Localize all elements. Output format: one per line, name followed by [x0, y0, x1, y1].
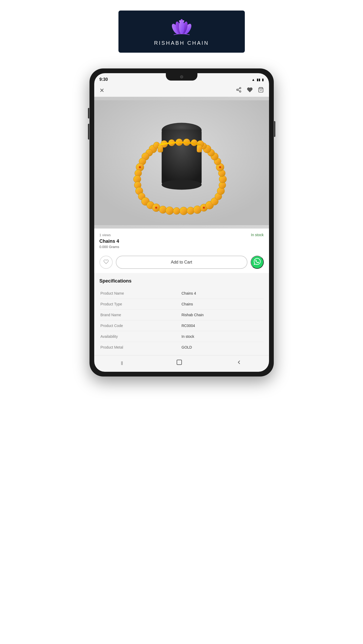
- svg-point-36: [187, 207, 194, 214]
- volume-button-right: [274, 121, 275, 137]
- svg-point-17: [162, 180, 202, 190]
- product-info: 1 views In stock Chains 4 0.000 Grams: [94, 229, 269, 256]
- svg-point-7: [183, 20, 184, 22]
- recent-apps-button[interactable]: ⦀: [121, 360, 123, 366]
- specifications-title: Specifications: [100, 278, 264, 284]
- front-camera: [180, 75, 183, 78]
- spec-row-availability: Availability In stock: [100, 331, 264, 342]
- spec-row-brand-name: Brand Name Rishab Chain: [100, 310, 264, 320]
- svg-point-5: [179, 20, 181, 22]
- svg-point-34: [173, 207, 180, 215]
- home-icon: [176, 360, 182, 367]
- svg-point-9: [236, 89, 238, 91]
- spec-row-product-code: Product Code RC0004: [100, 320, 264, 331]
- specifications-section: Specifications Product Name Chains 4 Pro…: [94, 273, 269, 355]
- phone-frame: 9:30 ▲ ▮▮ ▮ ✕: [89, 68, 274, 377]
- svg-line-12: [238, 88, 239, 90]
- svg-point-62: [155, 207, 157, 209]
- spec-label-brand-name: Brand Name: [101, 313, 182, 317]
- product-image: [94, 97, 269, 229]
- battery-icon: ▮: [262, 78, 264, 82]
- spec-label-product-metal: Product Metal: [101, 345, 182, 349]
- spec-label-product-name: Product Name: [101, 291, 182, 295]
- brand-logo: [170, 18, 193, 37]
- svg-rect-59: [197, 145, 202, 152]
- product-weight: 0.000 Grams: [100, 245, 264, 249]
- nav-bar: ⦀: [94, 355, 269, 372]
- svg-rect-64: [177, 360, 182, 365]
- spec-label-product-code: Product Code: [101, 324, 182, 328]
- phone-screen: 9:30 ▲ ▮▮ ▮ ✕: [94, 73, 269, 372]
- spec-value-product-metal: GOLD: [182, 345, 263, 349]
- spec-row-product-type: Product Type Chains: [100, 299, 264, 310]
- spec-label-availability: Availability: [101, 334, 182, 339]
- back-button[interactable]: [236, 359, 242, 367]
- spec-label-product-type: Product Type: [101, 302, 182, 306]
- svg-point-60: [139, 166, 141, 168]
- svg-point-8: [239, 87, 241, 89]
- cart-header-icon[interactable]: [258, 87, 264, 94]
- close-button[interactable]: ✕: [100, 87, 104, 94]
- svg-point-6: [181, 19, 182, 21]
- svg-point-61: [219, 166, 221, 168]
- spec-value-product-name: Chains 4: [182, 291, 263, 295]
- stock-status: In stock: [251, 233, 263, 237]
- wishlist-button[interactable]: [100, 256, 113, 269]
- svg-line-11: [238, 90, 239, 91]
- volume-button-left: [88, 124, 89, 140]
- whatsapp-button[interactable]: [251, 256, 264, 269]
- brand-header: RISHABH CHAIN: [118, 11, 245, 53]
- share-icon[interactable]: [236, 87, 242, 94]
- power-button-left: [88, 108, 89, 118]
- status-time: 9:30: [100, 77, 108, 82]
- spec-row-product-name: Product Name Chains 4: [100, 288, 264, 299]
- product-image-container: [94, 97, 269, 229]
- svg-point-32: [159, 206, 166, 213]
- whatsapp-icon: [254, 258, 261, 266]
- notch: [166, 73, 197, 81]
- add-to-cart-button[interactable]: Add to Cart: [116, 256, 247, 269]
- svg-rect-58: [158, 145, 163, 152]
- wifi-icon: ▲: [252, 78, 255, 82]
- spec-value-brand-name: Rishab Chain: [182, 313, 263, 317]
- svg-point-63: [203, 207, 205, 209]
- status-icons: ▲ ▮▮ ▮: [252, 78, 264, 82]
- product-title: Chains 4: [100, 239, 264, 244]
- home-button[interactable]: [176, 359, 182, 367]
- svg-rect-16: [162, 130, 202, 185]
- spec-row-product-metal: Product Metal GOLD: [100, 342, 264, 353]
- spec-value-availability: In stock: [182, 334, 263, 339]
- spec-value-product-type: Chains: [182, 302, 263, 306]
- svg-point-35: [180, 207, 187, 215]
- wishlist-header-icon[interactable]: [247, 87, 253, 94]
- top-action-bar: ✕: [94, 84, 269, 97]
- action-row: Add to Cart: [94, 256, 269, 273]
- brand-name: RISHABH CHAIN: [154, 40, 209, 46]
- signal-icon: ▮▮: [257, 78, 260, 82]
- views-count: 1 views: [100, 233, 111, 237]
- svg-point-33: [166, 207, 173, 215]
- status-bar: 9:30 ▲ ▮▮ ▮: [94, 73, 269, 84]
- recent-apps-icon: ⦀: [121, 360, 123, 366]
- spec-value-product-code: RC0004: [182, 324, 263, 328]
- back-icon: [236, 360, 242, 367]
- svg-point-10: [239, 91, 241, 92]
- heart-icon: [103, 259, 109, 266]
